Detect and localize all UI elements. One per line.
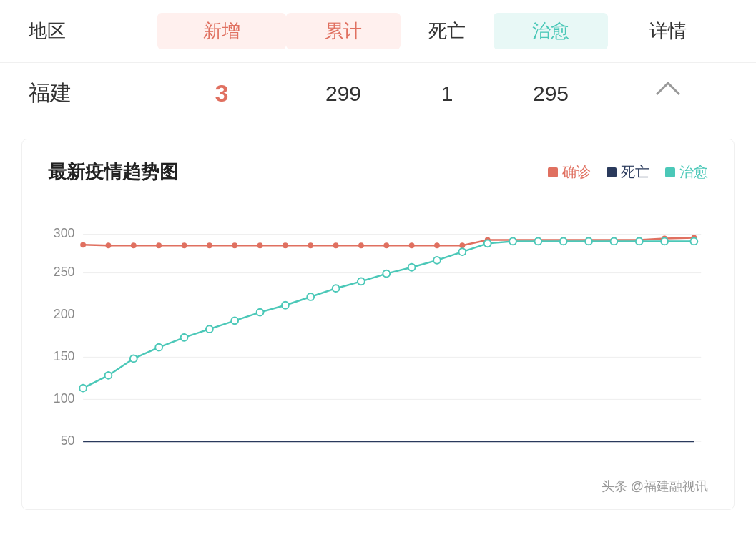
svg-text:250: 250 bbox=[54, 265, 75, 280]
recovered-dot bbox=[560, 237, 567, 245]
recovered-dot bbox=[585, 237, 592, 245]
confirmed-legend-label: 确诊 bbox=[562, 162, 591, 182]
recovered-legend-dot bbox=[665, 167, 675, 177]
table-header: 地区 新增 累计 死亡 治愈 详情 bbox=[0, 0, 756, 63]
svg-text:150: 150 bbox=[54, 349, 75, 363]
confirmed-dot bbox=[156, 242, 162, 248]
chart-header: 最新疫情趋势图 确诊 死亡 治愈 bbox=[48, 159, 708, 185]
confirmed-dot bbox=[283, 242, 288, 248]
recovered-line bbox=[83, 241, 694, 388]
recovered-dot bbox=[690, 237, 697, 245]
chart-source: 头条 @福建融视讯 bbox=[602, 478, 708, 495]
confirmed-dot bbox=[459, 242, 465, 248]
recovered-dot bbox=[333, 285, 340, 292]
confirmed-dot bbox=[358, 242, 364, 248]
recovered-dot bbox=[181, 334, 188, 341]
death-legend-label: 死亡 bbox=[621, 162, 649, 182]
recovered-dot bbox=[105, 372, 112, 379]
confirmed-dot bbox=[106, 242, 112, 248]
death-legend-dot bbox=[607, 167, 617, 177]
svg-text:50: 50 bbox=[61, 433, 75, 448]
header-detail: 详情 bbox=[608, 19, 727, 44]
recovered-dot bbox=[611, 237, 618, 245]
recovered-legend-label: 治愈 bbox=[679, 162, 708, 182]
header-cumulative: 累计 bbox=[286, 13, 401, 49]
chart-title: 最新疫情趋势图 bbox=[48, 159, 548, 185]
table-row[interactable]: 福建 3 299 1 295 bbox=[0, 63, 756, 124]
confirmed-dot bbox=[257, 242, 263, 248]
recovered-dot bbox=[307, 293, 314, 300]
recovered-dot bbox=[661, 237, 668, 245]
confirmed-dot bbox=[232, 242, 237, 248]
death-value: 1 bbox=[401, 82, 494, 106]
chart-area: 300 250 200 150 100 50 bbox=[48, 199, 708, 471]
confirmed-dot bbox=[80, 242, 86, 247]
header-death: 死亡 bbox=[401, 19, 494, 44]
recovered-dot bbox=[408, 264, 416, 271]
recovered-dot bbox=[484, 240, 491, 247]
svg-text:200: 200 bbox=[54, 307, 75, 321]
header-recovered: 治愈 bbox=[494, 13, 608, 49]
recovered-dot bbox=[383, 270, 390, 278]
chevron-up-icon bbox=[656, 82, 680, 106]
chart-container: 最新疫情趋势图 确诊 死亡 治愈 300 250 200 150 100 50 bbox=[21, 139, 735, 510]
legend-death: 死亡 bbox=[607, 162, 649, 182]
recovered-dot bbox=[130, 355, 137, 362]
chart-legend: 确诊 死亡 治愈 bbox=[548, 162, 708, 182]
header-region: 地区 bbox=[29, 19, 157, 44]
recovered-dot bbox=[231, 317, 238, 324]
detail-toggle[interactable] bbox=[608, 79, 727, 107]
svg-text:100: 100 bbox=[54, 391, 75, 406]
recovered-dot bbox=[509, 237, 516, 245]
region-name: 福建 bbox=[29, 79, 157, 108]
new-cases-value: 3 bbox=[157, 79, 286, 107]
recovered-dot bbox=[155, 344, 162, 351]
recovered-dot bbox=[458, 248, 466, 255]
recovered-value: 295 bbox=[494, 82, 608, 106]
recovered-dot bbox=[358, 278, 365, 285]
recovered-dot bbox=[206, 325, 213, 333]
confirmed-legend-dot bbox=[548, 167, 558, 177]
line-chart-svg: 300 250 200 150 100 50 bbox=[48, 199, 708, 471]
confirmed-dot bbox=[182, 242, 187, 248]
confirmed-dot bbox=[131, 242, 137, 248]
svg-text:300: 300 bbox=[54, 226, 75, 240]
chart-footer: 头条 @福建融视讯 bbox=[48, 478, 708, 495]
legend-confirmed: 确诊 bbox=[548, 162, 591, 182]
recovered-dot bbox=[79, 385, 87, 392]
confirmed-dot bbox=[207, 242, 212, 248]
confirmed-dot bbox=[383, 242, 389, 248]
recovered-dot bbox=[257, 309, 264, 316]
confirmed-dot bbox=[333, 242, 339, 248]
recovered-dot bbox=[534, 237, 541, 245]
recovered-dot bbox=[433, 257, 441, 264]
confirmed-dot bbox=[409, 242, 415, 248]
confirmed-dot bbox=[434, 242, 440, 248]
recovered-dot bbox=[282, 302, 289, 309]
header-new-cases: 新增 bbox=[157, 13, 286, 49]
confirmed-dot bbox=[308, 242, 313, 248]
cumulative-value: 299 bbox=[286, 82, 401, 106]
recovered-dot bbox=[636, 237, 643, 245]
legend-recovered: 治愈 bbox=[665, 162, 708, 182]
